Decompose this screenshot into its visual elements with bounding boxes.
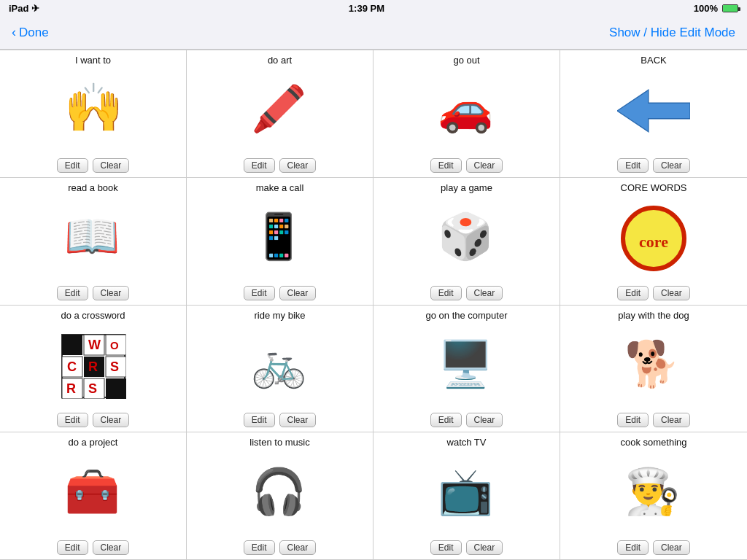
cell-watch-tv: watch TV 📺 EditClear <box>374 432 560 560</box>
clear-button-make-a-call[interactable]: Clear <box>279 286 317 300</box>
clear-button-watch-tv[interactable]: Clear <box>466 540 503 555</box>
cell-buttons-watch-tv: EditClear <box>430 540 503 555</box>
status-bar-right: 100% <box>694 3 738 14</box>
cell-buttons-i-want-to: EditClear <box>57 158 129 173</box>
clear-button-i-want-to[interactable]: Clear <box>93 158 130 173</box>
svg-text:🖥️: 🖥️ <box>437 338 493 391</box>
edit-button-back[interactable]: Edit <box>617 158 649 173</box>
edit-button-read-a-book[interactable]: Edit <box>57 286 88 300</box>
edit-button-cook-something[interactable]: Edit <box>617 540 649 555</box>
edit-button-ride-my-bike[interactable]: Edit <box>244 413 275 427</box>
cell-image-play-with-dog: 🐕 <box>563 322 744 411</box>
cell-image-go-out: 🚗 <box>376 67 557 155</box>
clear-button-do-art[interactable]: Clear <box>279 158 317 173</box>
cell-buttons-do-a-crossword: EditClear <box>57 413 129 427</box>
cell-buttons-do-art: EditClear <box>244 158 316 173</box>
cell-label-make-a-call: make a call <box>190 182 370 195</box>
edit-button-go-out[interactable]: Edit <box>430 158 462 173</box>
clear-button-do-a-project[interactable]: Clear <box>93 540 130 555</box>
edit-button-go-on-computer[interactable]: Edit <box>430 413 462 427</box>
edit-button-i-want-to[interactable]: Edit <box>57 158 88 173</box>
clear-button-play-a-game[interactable]: Clear <box>466 286 503 300</box>
cell-label-go-out: go out <box>376 55 557 67</box>
clear-button-core-words[interactable]: Clear <box>653 286 690 300</box>
edit-button-play-with-dog[interactable]: Edit <box>617 413 649 427</box>
cell-do-art: do art 🖍️ EditClear <box>187 50 374 178</box>
cell-buttons-make-a-call: EditClear <box>244 286 316 300</box>
clear-button-play-with-dog[interactable]: Clear <box>653 413 690 427</box>
cell-label-cook-something: cook something <box>563 437 744 449</box>
show-hide-button[interactable]: Show / Hide Edit Mode <box>609 26 735 40</box>
cell-play-a-game: play a game 🎲 EditClear <box>374 178 560 306</box>
cell-buttons-back: EditClear <box>617 158 689 173</box>
ipad-label: iPad ✈ <box>9 3 39 14</box>
svg-text:R: R <box>88 359 98 374</box>
cell-label-listen-to-music: listen to music <box>190 437 370 449</box>
clear-button-go-out[interactable]: Clear <box>466 158 503 173</box>
svg-text:🧰: 🧰 <box>63 465 120 518</box>
svg-rect-10 <box>62 335 82 355</box>
clear-button-back[interactable]: Clear <box>653 158 690 173</box>
main-grid: I want to 🙌 EditCleardo art 🖍️ EditClear… <box>0 50 747 560</box>
cell-image-core-words: core <box>563 195 744 283</box>
cell-image-watch-tv: 📺 <box>376 449 557 537</box>
clear-button-cook-something[interactable]: Clear <box>653 540 690 555</box>
cell-buttons-play-a-game: EditClear <box>430 286 503 300</box>
edit-button-do-a-crossword[interactable]: Edit <box>57 413 88 427</box>
edit-button-do-art[interactable]: Edit <box>244 158 275 173</box>
svg-text:🎲: 🎲 <box>437 210 493 263</box>
cell-core-words: CORE WORDS core EditClear <box>560 178 747 306</box>
clear-button-read-a-book[interactable]: Clear <box>93 286 130 300</box>
nav-bar: ‹ Done Show / Hide Edit Mode <box>0 16 747 50</box>
cell-image-do-a-project: 🧰 <box>3 449 183 537</box>
cell-buttons-play-with-dog: EditClear <box>617 413 689 427</box>
svg-text:S: S <box>88 381 97 396</box>
edit-button-make-a-call[interactable]: Edit <box>244 286 275 300</box>
clear-button-ride-my-bike[interactable]: Clear <box>279 413 317 427</box>
edit-button-play-a-game[interactable]: Edit <box>430 286 462 300</box>
svg-text:👨‍🍳: 👨‍🍳 <box>624 465 681 518</box>
svg-text:📺: 📺 <box>437 465 493 518</box>
cell-back: BACK EditClear <box>560 50 747 178</box>
cell-label-ride-my-bike: ride my bike <box>190 310 370 322</box>
clear-button-do-a-crossword[interactable]: Clear <box>93 413 130 427</box>
cell-label-play-a-game: play a game <box>376 182 557 195</box>
svg-text:C: C <box>67 359 77 374</box>
cell-image-go-on-computer: 🖥️ <box>376 322 557 411</box>
cell-image-listen-to-music: 🎧 <box>190 449 370 537</box>
cell-read-a-book: read a book 📖 EditClear <box>0 178 187 306</box>
cell-play-with-dog: play with the dog 🐕 EditClear <box>560 306 747 433</box>
svg-text:🙌: 🙌 <box>63 79 123 136</box>
edit-button-do-a-project[interactable]: Edit <box>57 540 88 555</box>
cell-label-i-want-to: I want to <box>3 55 183 67</box>
cell-image-do-art: 🖍️ <box>190 67 370 155</box>
clear-button-listen-to-music[interactable]: Clear <box>279 540 317 555</box>
cell-image-play-a-game: 🎲 <box>376 195 557 283</box>
svg-text:O: O <box>110 339 119 351</box>
cell-buttons-listen-to-music: EditClear <box>244 540 316 555</box>
svg-text:🚗: 🚗 <box>437 82 493 136</box>
clear-button-go-on-computer[interactable]: Clear <box>466 413 503 427</box>
cell-buttons-read-a-book: EditClear <box>57 286 129 300</box>
cell-go-out: go out 🚗 EditClear <box>374 50 560 178</box>
done-label: Done <box>19 26 49 40</box>
cell-label-core-words: CORE WORDS <box>563 182 744 195</box>
status-bar-left: iPad ✈ <box>9 3 39 14</box>
svg-text:core: core <box>639 233 668 251</box>
cell-image-do-a-crossword: C W R S S R O <box>3 322 183 411</box>
cell-image-i-want-to: 🙌 <box>3 67 183 155</box>
cell-image-cook-something: 👨‍🍳 <box>563 449 744 537</box>
svg-text:🚲: 🚲 <box>250 338 306 391</box>
cell-image-read-a-book: 📖 <box>3 195 183 283</box>
cell-go-on-computer: go on the computer 🖥️ EditClear <box>374 306 560 433</box>
edit-button-listen-to-music[interactable]: Edit <box>244 540 275 555</box>
cell-label-do-a-project: do a project <box>3 437 183 449</box>
cell-label-do-art: do art <box>190 55 370 67</box>
done-button[interactable]: ‹ Done <box>12 25 49 40</box>
battery-icon <box>722 4 738 12</box>
cell-do-a-project: do a project 🧰 EditClear <box>0 432 187 560</box>
edit-button-core-words[interactable]: Edit <box>617 286 649 300</box>
cell-buttons-do-a-project: EditClear <box>57 540 129 555</box>
cell-make-a-call: make a call 📱 EditClear <box>187 178 374 306</box>
edit-button-watch-tv[interactable]: Edit <box>430 540 462 555</box>
